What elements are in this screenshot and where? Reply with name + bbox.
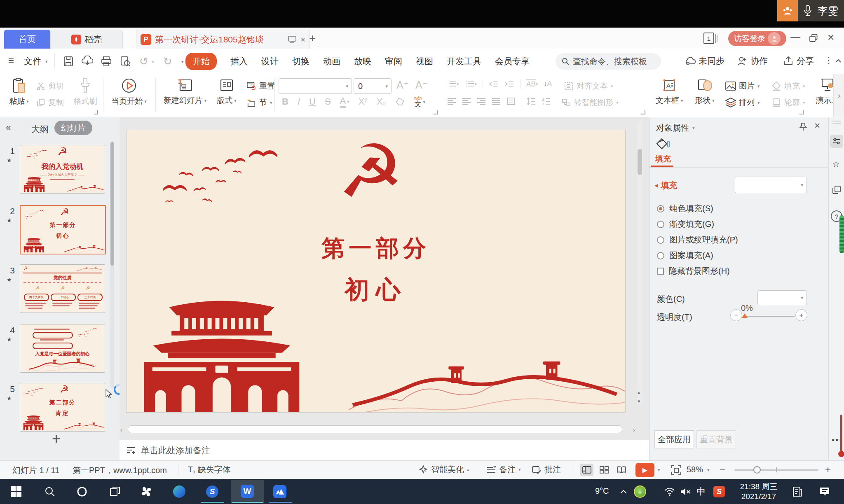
- notes-button[interactable]: 备注 ▾: [486, 464, 521, 475]
- textbox-button[interactable]: A 文本框▾: [654, 77, 685, 106]
- tab-document[interactable]: P 第一次研讨-交运1805赵铭琰 ×: [136, 30, 310, 49]
- canvas-hscrollbar[interactable]: [127, 425, 632, 433]
- fit-slide-icon[interactable]: [671, 465, 682, 476]
- microphone-icon[interactable]: [803, 5, 813, 17]
- bullet-list-button[interactable]: ▾: [447, 79, 459, 89]
- normal-view-button[interactable]: [580, 464, 593, 476]
- fill-option-pattern[interactable]: 图案填充(A): [657, 250, 713, 261]
- shapes-button[interactable]: 形状▾: [690, 77, 720, 106]
- add-slide-button[interactable]: +: [52, 430, 61, 448]
- hscroll-left-icon[interactable]: ‹: [120, 426, 122, 433]
- tab-devtools[interactable]: 开发工具: [447, 56, 481, 67]
- copy-strip-icon[interactable]: [832, 185, 842, 195]
- tab-member[interactable]: 会员专享: [495, 56, 530, 67]
- start-button[interactable]: [9, 485, 23, 499]
- cut-button[interactable]: 剪切: [36, 81, 64, 91]
- comments-button[interactable]: 批注: [532, 464, 561, 475]
- underline-button[interactable]: U: [309, 96, 316, 107]
- apply-all-button[interactable]: 全部应用: [654, 430, 694, 448]
- redo-icon[interactable]: ↻: [163, 55, 172, 68]
- tab-design[interactable]: 设计: [261, 56, 279, 67]
- new-tab-icon[interactable]: +: [309, 32, 316, 45]
- file-menu[interactable]: 文件: [24, 56, 41, 67]
- fill-section-chevron-icon[interactable]: ◀: [654, 183, 658, 188]
- slideshow-play-button[interactable]: ▶: [635, 463, 654, 477]
- zoom-slider-thumb[interactable]: [753, 466, 761, 474]
- tab-home[interactable]: 首页: [4, 30, 50, 49]
- font-family-combo[interactable]: ▾: [279, 78, 352, 94]
- restore-button[interactable]: [809, 33, 818, 43]
- tray-doc-icon[interactable]: [790, 485, 804, 499]
- increase-indent-icon[interactable]: [504, 79, 514, 89]
- collaborate-button[interactable]: 协作: [737, 55, 768, 67]
- tab-transition[interactable]: 切换: [292, 56, 309, 67]
- hamburger-icon[interactable]: ≡: [8, 55, 14, 66]
- properties-strip-button[interactable]: [830, 135, 843, 148]
- action-center-icon[interactable]: [818, 485, 832, 499]
- outline-tab[interactable]: 大纲: [31, 124, 49, 135]
- tab-slideshow[interactable]: 放映: [354, 56, 371, 67]
- doc-switcher[interactable]: 1: [703, 32, 719, 45]
- section-button[interactable]: 节▾: [246, 97, 272, 108]
- undo-icon[interactable]: ↺: [139, 55, 148, 68]
- weather-temp[interactable]: 9°C: [595, 486, 609, 496]
- reset-background-button[interactable]: 重置背景: [696, 430, 736, 448]
- numbered-list-button[interactable]: ▾: [465, 79, 477, 89]
- pinwheel-app-icon[interactable]: [139, 485, 153, 499]
- to-smartart-button[interactable]: 转智能图形▾: [561, 97, 619, 108]
- text-direction-button[interactable]: AB▾: [526, 79, 538, 89]
- zoom-out-button[interactable]: −: [720, 464, 725, 476]
- color-dropdown[interactable]: ▾: [757, 290, 807, 305]
- outline-button[interactable]: 轮廓▾: [771, 97, 805, 108]
- slide-sorter-view-button[interactable]: [598, 464, 611, 476]
- zoom-level[interactable]: 58%: [687, 465, 703, 474]
- wps-app-button[interactable]: W: [231, 480, 264, 503]
- prev-slide-icon[interactable]: ▴: [638, 389, 640, 395]
- arrange-button[interactable]: 排列▾: [725, 97, 760, 108]
- toolbar-more-chevron-icon[interactable]: ▾: [181, 60, 184, 64]
- task-view-icon[interactable]: [108, 485, 122, 499]
- align-right-icon[interactable]: [476, 96, 486, 106]
- phonetic-guide-button[interactable]: wén文 ▾: [414, 96, 425, 107]
- cortana-icon[interactable]: [75, 485, 89, 499]
- print-preview-icon[interactable]: [120, 56, 131, 67]
- file-menu-chevron-icon[interactable]: ▾: [45, 59, 48, 64]
- tab-animation[interactable]: 动画: [323, 56, 340, 67]
- fill-option-solid[interactable]: 纯色填充(S): [657, 203, 713, 214]
- decrease-font-icon[interactable]: A⁻: [415, 79, 428, 91]
- align-center-icon[interactable]: [462, 96, 471, 106]
- reading-view-button[interactable]: [615, 464, 628, 476]
- slides-tab[interactable]: 幻灯片: [54, 121, 92, 135]
- beautify-strip-icon[interactable]: ☆: [832, 159, 840, 169]
- export-icon[interactable]: [82, 56, 93, 67]
- fill-tab-icon[interactable]: [656, 138, 670, 150]
- close-window-button[interactable]: ×: [828, 31, 834, 44]
- new-slide-button[interactable]: 新建幻灯片▾: [161, 77, 209, 106]
- party-emblem[interactable]: ☭: [338, 135, 404, 208]
- minimize-button[interactable]: —: [790, 31, 800, 42]
- tab-start[interactable]: 开始: [185, 53, 217, 70]
- tab-view[interactable]: 视图: [416, 56, 433, 67]
- panel-title-chevron-icon[interactable]: ▾: [692, 126, 695, 130]
- beautify-button[interactable]: 智能美化 ▴: [418, 464, 469, 475]
- notes-bar[interactable]: 单击此处添加备注: [120, 440, 649, 460]
- align-left-icon[interactable]: [447, 96, 457, 106]
- next-slide-icon[interactable]: ▾: [638, 398, 640, 404]
- canvas-vscrollbar[interactable]: [637, 121, 642, 405]
- sort-text-button[interactable]: ↓A: [544, 80, 552, 88]
- superscript-button[interactable]: X²: [359, 96, 368, 107]
- italic-button[interactable]: I: [298, 96, 300, 107]
- monitor-icon[interactable]: [288, 35, 297, 44]
- volume-muted-icon[interactable]: [678, 485, 692, 499]
- ime-indicator[interactable]: 中: [696, 485, 706, 498]
- tab-insert[interactable]: 插入: [230, 56, 248, 67]
- save-icon[interactable]: [63, 56, 74, 67]
- distribute-icon[interactable]: [506, 96, 516, 106]
- slide3-thumbnail[interactable]: ☭ 党的性质 ☭ ☭ ☭ 两个先锋队 一个核心 三个代表: [20, 264, 105, 313]
- fill-option-gradient[interactable]: 渐变填充(G): [657, 219, 714, 230]
- ribbon-expand-strip[interactable]: ›: [833, 74, 844, 117]
- play-from-current-button[interactable]: 当页开始▾: [108, 77, 150, 107]
- transparency-plus-button[interactable]: +: [795, 309, 807, 321]
- m-app-icon[interactable]: [273, 485, 287, 499]
- increase-font-icon[interactable]: A⁺: [396, 79, 409, 91]
